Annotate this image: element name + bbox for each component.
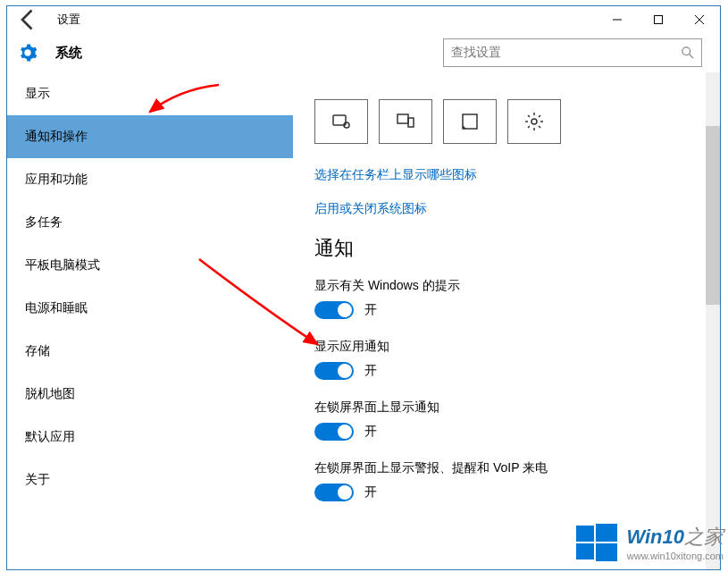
link-taskbar-icons[interactable]: 选择在任务栏上显示哪些图标 [314, 167, 720, 183]
toggle-state: 开 [364, 363, 377, 379]
scrollbar-thumb[interactable] [706, 126, 720, 305]
svg-rect-6 [463, 114, 477, 129]
svg-point-1 [682, 47, 690, 55]
search-placeholder: 查找设置 [451, 45, 682, 61]
toggle-state: 开 [364, 302, 377, 318]
section-heading-notifications: 通知 [314, 235, 720, 262]
sidebar-item-multitask[interactable]: 多任务 [7, 201, 293, 244]
watermark: Win10之家 www.win10xitong.com [574, 520, 724, 565]
link-system-icons[interactable]: 启用或关闭系统图标 [314, 201, 720, 217]
sidebar-item-apps[interactable]: 应用和功能 [7, 158, 293, 201]
svg-rect-0 [655, 16, 663, 24]
svg-rect-8 [576, 526, 594, 542]
page-header: 系统 [55, 45, 82, 62]
option-label: 显示应用通知 [314, 339, 720, 355]
svg-rect-10 [576, 543, 594, 559]
gear-icon [523, 111, 545, 132]
svg-rect-11 [596, 543, 617, 561]
maximize-icon [654, 15, 663, 24]
sidebar-item-storage[interactable]: 存储 [7, 330, 293, 373]
settings-window: 设置 系统 查找设置 显示 通知和操作 应用和功能 多任务 平板电脑模式 电源和… [6, 5, 721, 570]
sidebar-item-power[interactable]: 电源和睡眠 [7, 287, 293, 330]
quick-tile-connect[interactable] [379, 99, 432, 144]
option-label: 在锁屏界面上显示通知 [314, 400, 720, 416]
toggle-lockscreen-alarms[interactable] [314, 484, 354, 501]
minimize-button[interactable] [597, 6, 638, 33]
toggle-lockscreen-notifications[interactable] [314, 423, 354, 441]
svg-rect-5 [408, 118, 414, 127]
close-icon [695, 15, 704, 24]
quick-tile-settings[interactable] [507, 99, 561, 144]
toggle-app-notifications[interactable] [314, 362, 354, 380]
content-panel: 选择在任务栏上显示哪些图标 启用或关闭系统图标 通知 显示有关 Windows … [293, 72, 720, 569]
note-icon [459, 111, 481, 132]
header-row: 系统 查找设置 [7, 33, 720, 72]
maximize-button[interactable] [638, 6, 679, 33]
search-icon [682, 46, 694, 59]
tablet-icon [331, 111, 352, 132]
windows-logo-icon [574, 520, 619, 565]
option-app-notifications: 显示应用通知 开 [314, 339, 720, 380]
quick-tile-note[interactable] [443, 99, 497, 144]
toggle-windows-tips[interactable] [314, 301, 354, 319]
quick-action-row [314, 99, 720, 144]
toggle-state: 开 [364, 424, 377, 440]
sidebar-item-display[interactable]: 显示 [7, 72, 293, 115]
window-controls [597, 6, 720, 33]
sidebar: 显示 通知和操作 应用和功能 多任务 平板电脑模式 电源和睡眠 存储 脱机地图 … [7, 72, 293, 569]
sidebar-item-maps[interactable]: 脱机地图 [7, 373, 293, 416]
option-lockscreen-notifications: 在锁屏界面上显示通知 开 [314, 400, 720, 441]
minimize-icon [613, 15, 622, 24]
content-inner: 选择在任务栏上显示哪些图标 启用或关闭系统图标 通知 显示有关 Windows … [314, 72, 720, 501]
gear-icon [18, 43, 38, 63]
svg-rect-4 [397, 114, 408, 123]
titlebar: 设置 [7, 6, 720, 33]
option-label: 在锁屏界面上显示警报、提醒和 VoIP 来电 [314, 460, 720, 476]
arrow-left-icon [16, 7, 41, 32]
window-title: 设置 [57, 12, 80, 28]
devices-icon [395, 111, 416, 132]
body-area: 显示 通知和操作 应用和功能 多任务 平板电脑模式 电源和睡眠 存储 脱机地图 … [7, 72, 720, 569]
svg-rect-9 [596, 524, 617, 542]
close-button[interactable] [679, 6, 720, 33]
toggle-state: 开 [364, 484, 377, 500]
sidebar-item-tablet[interactable]: 平板电脑模式 [7, 244, 293, 287]
svg-point-7 [531, 119, 537, 124]
sidebar-item-about[interactable]: 关于 [7, 458, 293, 501]
quick-tile-tablet[interactable] [314, 99, 368, 144]
sidebar-item-default-apps[interactable]: 默认应用 [7, 416, 293, 458]
quick-actions-cut [314, 78, 720, 92]
option-lockscreen-alarms: 在锁屏界面上显示警报、提醒和 VoIP 来电 开 [314, 460, 720, 501]
back-button[interactable] [16, 7, 41, 32]
option-label: 显示有关 Windows 的提示 [314, 278, 720, 294]
option-windows-tips: 显示有关 Windows 的提示 开 [314, 278, 720, 319]
search-input[interactable]: 查找设置 [443, 38, 702, 67]
sidebar-item-notifications[interactable]: 通知和操作 [7, 115, 293, 158]
